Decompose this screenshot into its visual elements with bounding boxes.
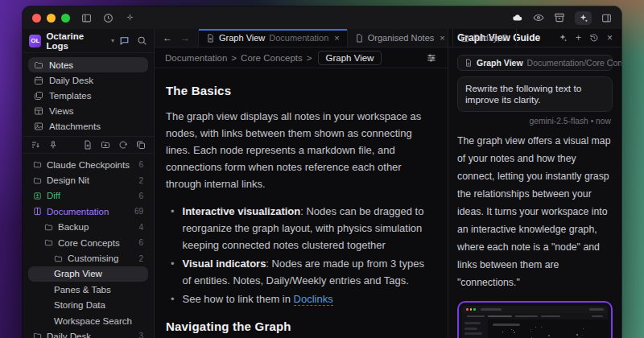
diff-icon — [33, 192, 42, 200]
cloud-sync-icon[interactable] — [512, 12, 523, 23]
sidebar-item-templates[interactable]: Templates — [28, 88, 148, 103]
grid-icon — [34, 106, 43, 116]
tree-item-backup[interactable]: Backup4 — [28, 220, 148, 235]
list-item: • Visual indicators: Nodes are made up f… — [171, 255, 431, 289]
calendar-icon — [460, 34, 469, 43]
tree-toolbar — [23, 137, 154, 153]
chevron-down-icon: ▾ — [111, 37, 114, 44]
nav-label: Templates — [49, 91, 91, 101]
video-thumbnail — [462, 306, 608, 338]
workspace-switcher[interactable]: OL Octarine Logs ▾ — [23, 29, 154, 53]
tree-item-design-nit[interactable]: Design Nit2 — [28, 172, 148, 188]
tree-item-claude-checkpoints[interactable]: Claude Checkpoints6 — [28, 157, 148, 172]
traffic-lights — [32, 14, 70, 23]
book-icon — [33, 207, 42, 216]
list-item: • Interactive visualization: Nodes can b… — [171, 203, 431, 254]
editor-pane: ← → Graph View Documentation × Organised… — [155, 29, 448, 338]
workspace-name: Octarine Logs — [46, 31, 106, 51]
close-tab-icon[interactable]: × — [440, 33, 444, 43]
folder-icon — [33, 332, 42, 338]
minimize-window-button[interactable] — [47, 14, 56, 23]
new-chat-button[interactable]: + — [576, 32, 581, 43]
tree-item-graph-view[interactable]: Graph View — [28, 266, 148, 282]
search-icon[interactable] — [137, 35, 147, 46]
tab-friday[interactable]: Friday, D — [453, 29, 517, 47]
calendar-icon — [34, 76, 43, 85]
tree-item-diff[interactable]: Diff6 — [28, 188, 148, 204]
mini-tabbar — [462, 313, 608, 319]
tree-item-daily-desk[interactable]: Daily Desk3 — [28, 328, 148, 338]
list-item: • See how to link them in Doclinks — [171, 291, 431, 307]
close-panel-button[interactable]: × — [607, 32, 613, 43]
user-prompt: Rewrite the following text to improve it… — [457, 76, 613, 112]
sparkle-settings-icon[interactable] — [125, 13, 135, 23]
paragraph: The graph view displays all notes in you… — [166, 108, 431, 192]
eye-icon[interactable] — [533, 12, 544, 23]
folder-icon — [44, 223, 53, 232]
context-chip[interactable]: Graph View Documentation/Core Concepts — [457, 55, 613, 71]
section-heading: The Basics — [166, 82, 431, 99]
sidebar: OL Octarine Logs ▾ Notes Daily Desk — [23, 29, 155, 338]
file-icon — [464, 59, 473, 67]
breadcrumb-segment[interactable]: Documentation — [165, 53, 227, 63]
right-panel-toggle-icon[interactable] — [601, 13, 612, 23]
nav-label: Notes — [49, 60, 73, 70]
templates-icon — [34, 91, 43, 101]
note-title-input[interactable]: Graph View — [318, 51, 382, 65]
forward-button[interactable]: → — [180, 32, 190, 43]
clock-icon[interactable] — [103, 13, 114, 23]
folder-icon — [54, 254, 63, 263]
pin-icon[interactable] — [48, 140, 58, 150]
sidebar-item-notes[interactable]: Notes — [28, 57, 148, 72]
folder-icon — [33, 160, 42, 169]
ai-sparkles-icon[interactable] — [575, 11, 592, 25]
breadcrumb: Documentation > Core Concepts > Graph Vi… — [155, 47, 448, 68]
file-tree: Claude Checkpoints6 Design Nit2 Diff6 Do… — [23, 154, 154, 338]
folder-icon — [33, 176, 42, 185]
folder-icon — [44, 238, 53, 247]
tree-item-workspace-search[interactable]: Workspace Search — [28, 313, 148, 328]
video-preview[interactable] — [457, 301, 613, 338]
tree-item-documentation[interactable]: Documentation69 — [28, 204, 148, 219]
sidebar-nav: Notes Daily Desk Templates Views Attachm… — [23, 53, 154, 136]
tree-item-panes-tabs[interactable]: Panes & Tabs — [28, 282, 148, 297]
tab-bar: ← → Graph View Documentation × Organised… — [155, 29, 448, 47]
model-meta: gemini-2.5-flash • now — [459, 117, 611, 126]
nav-label: Views — [49, 106, 73, 116]
close-window-button[interactable] — [32, 14, 41, 23]
sidebar-item-attachments[interactable]: Attachments — [28, 118, 148, 134]
tree-item-customising[interactable]: Customising2 — [28, 250, 148, 266]
sidebar-toggle-icon[interactable] — [81, 13, 92, 23]
maximize-window-button[interactable] — [61, 14, 70, 23]
nav-label: Daily Desk — [49, 76, 93, 85]
refresh-icon[interactable] — [118, 140, 128, 150]
file-icon — [206, 34, 215, 43]
doclinks-link[interactable]: Doclinks — [294, 293, 333, 306]
history-icon[interactable] — [589, 33, 599, 43]
tab-organised-notes[interactable]: Organised Notes × — [348, 29, 453, 47]
tree-item-core-concepts[interactable]: Core Concepts6 — [28, 235, 148, 250]
graph-starfield — [488, 319, 608, 338]
tab-graph-view[interactable]: Graph View Documentation × — [199, 29, 348, 47]
new-folder-icon[interactable] — [101, 140, 110, 150]
note-options-icon[interactable] — [426, 52, 437, 64]
chat-icon[interactable] — [119, 35, 130, 46]
copy-icon[interactable] — [136, 140, 146, 150]
new-file-icon[interactable] — [83, 140, 93, 150]
titlebar — [23, 6, 621, 29]
mini-sidebar — [462, 319, 488, 338]
sidebar-item-daily-desk[interactable]: Daily Desk — [28, 72, 148, 88]
note-content[interactable]: The Basics The graph view displays all n… — [155, 68, 448, 338]
sparkles-icon[interactable] — [558, 33, 568, 43]
folder-icon — [34, 60, 43, 70]
close-tab-icon[interactable]: × — [334, 33, 339, 43]
image-icon — [34, 122, 43, 131]
mini-titlebar — [462, 306, 608, 313]
breadcrumb-segment[interactable]: Core Concepts — [241, 53, 303, 63]
tree-item-storing-data[interactable]: Storing Data — [28, 298, 148, 313]
sidebar-item-views[interactable]: Views — [28, 103, 148, 118]
nav-label: Attachments — [49, 122, 101, 131]
archive-icon[interactable] — [554, 12, 565, 23]
sort-icon[interactable] — [31, 140, 40, 150]
back-button[interactable]: ← — [163, 32, 172, 43]
